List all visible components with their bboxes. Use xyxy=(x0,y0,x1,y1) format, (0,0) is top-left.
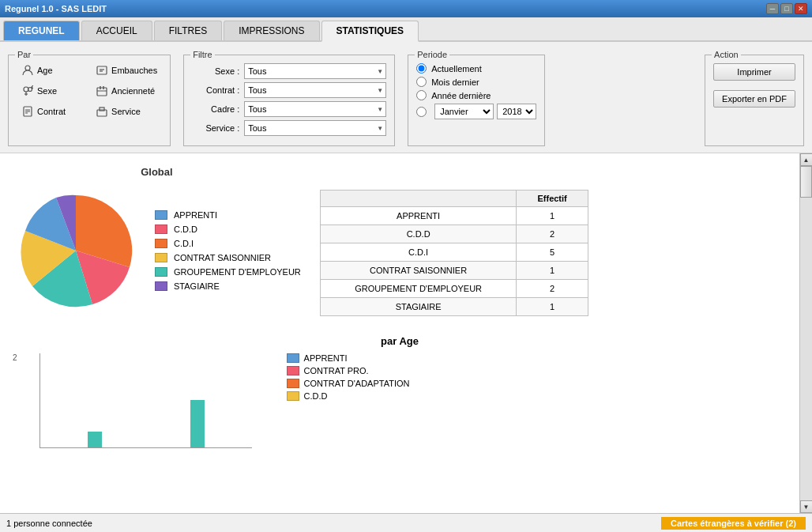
legend-label-apprenti: APPRENTI xyxy=(174,210,217,220)
par-label: Par xyxy=(15,50,33,59)
legend-color-cdd xyxy=(155,224,167,234)
scroll-thumb[interactable] xyxy=(800,166,812,198)
par-anciennete-label: Ancienneté xyxy=(111,86,155,96)
filtre-contrat-row: Contrat : Tous xyxy=(192,82,386,98)
year-select[interactable]: 201820172019 xyxy=(497,104,536,119)
periode-mois-label: Mois dernier xyxy=(431,77,479,87)
periode-annee-radio[interactable] xyxy=(416,90,427,100)
imprimer-button[interactable]: Imprimer xyxy=(713,63,795,81)
sexe-icon xyxy=(21,85,34,97)
filtre-service-label: Service : xyxy=(192,123,239,133)
filtre-cadre-wrapper: Tous xyxy=(244,101,386,117)
par-age[interactable]: Age xyxy=(17,62,88,79)
tab-filtres[interactable]: FILTRES xyxy=(154,21,222,40)
filtre-cadre-row: Cadre : Tous xyxy=(192,101,386,117)
window-controls: ─ □ ✕ xyxy=(766,3,807,14)
periode-actuellement-radio[interactable] xyxy=(416,63,427,74)
table-row: GROUPEMENT D'EMPLOYEUR2 xyxy=(320,280,588,298)
bar-legend-label-contratadaptation: CONTRAT D'ADAPTATION xyxy=(304,379,410,388)
bar-col xyxy=(149,353,164,447)
bar-col xyxy=(108,353,122,447)
filtre-sexe-label: Sexe : xyxy=(192,66,239,76)
filtre-service-wrapper: Tous xyxy=(244,120,386,136)
par-panel: Par Age Embauches xyxy=(8,55,171,146)
periode-annee-label: Année dernière xyxy=(431,91,491,100)
pie-chart xyxy=(13,187,139,314)
legend-color-apprenti xyxy=(155,210,167,220)
tab-impressions[interactable]: IMPRESSIONS xyxy=(224,21,319,40)
alert-button[interactable]: Cartes étrangères à vérifier (2) xyxy=(661,517,806,530)
anciennete-icon xyxy=(96,85,108,97)
periode-custom-radio[interactable] xyxy=(416,107,427,117)
tab-accueil[interactable]: ACCUEIL xyxy=(81,21,152,40)
table-row: STAGIAIRE1 xyxy=(320,298,588,316)
par-embauches[interactable]: Embauches xyxy=(91,62,162,79)
par-anciennete[interactable]: Ancienneté xyxy=(91,82,162,100)
close-button[interactable]: ✕ xyxy=(795,3,807,14)
legend-stagiaire: STAGIAIRE xyxy=(155,281,301,291)
legend-label-stagiaire: STAGIAIRE xyxy=(174,281,220,291)
par-grid: Age Embauches Sexe xyxy=(17,62,162,120)
table-cell-value: 2 xyxy=(517,280,588,298)
legend-label-cdd: C.D.D xyxy=(174,224,197,234)
legend-cdd: C.D.D xyxy=(155,224,301,234)
bar-col xyxy=(211,353,225,447)
global-title: Global xyxy=(141,166,172,178)
bar xyxy=(88,432,102,447)
par-service[interactable]: Service xyxy=(91,103,162,120)
par-sexe-label: Sexe xyxy=(37,86,57,96)
month-select[interactable]: JanvierFévrierMars xyxy=(434,104,494,119)
bar-legend-color-contratpro xyxy=(287,366,299,375)
stats-table: Effectif APPRENTI1C.D.D2C.D.I5CONTRAT SA… xyxy=(320,190,588,316)
scroll-down-button[interactable]: ▼ xyxy=(800,500,813,513)
table-row: APPRENTI1 xyxy=(320,207,588,225)
minimize-button[interactable]: ─ xyxy=(766,3,779,14)
maximize-button[interactable]: □ xyxy=(780,3,793,14)
table-cell-label: CONTRAT SAISONNIER xyxy=(320,262,517,280)
table-cell-label: C.D.I xyxy=(320,243,517,262)
periode-annee-derniere: Année dernière xyxy=(416,90,536,100)
table-cell-value: 5 xyxy=(517,243,588,262)
filtre-service-row: Service : Tous xyxy=(192,120,386,136)
par-sexe[interactable]: Sexe xyxy=(17,82,88,100)
filtre-cadre-select[interactable]: Tous xyxy=(244,101,386,117)
status-bar: 1 personne connectée Cartes étrangères à… xyxy=(0,513,812,532)
table-cell-label: APPRENTI xyxy=(320,207,517,225)
scrollbar: ▲ ▼ xyxy=(799,153,812,513)
action-panel: Action Imprimer Exporter en PDF xyxy=(705,55,804,146)
main-window: REGUNEL ACCUEIL FILTRES IMPRESSIONS STAT… xyxy=(0,17,812,532)
par-contrat-label: Contrat xyxy=(37,107,66,116)
col-label-header xyxy=(320,191,517,207)
filtre-rows: Sexe : TousHommesFemmes Contrat : Tous xyxy=(192,63,386,136)
content-area: Global xyxy=(0,153,812,513)
table-row: CONTRAT SAISONNIER1 xyxy=(320,262,588,280)
bar-legend-contratpro: CONTRAT PRO. xyxy=(287,366,410,375)
scroll-track[interactable] xyxy=(800,166,812,500)
bar-legend: APPRENTI CONTRAT PRO. CONTRAT D'ADAPTATI… xyxy=(287,353,410,401)
legend-cdi: C.D.I xyxy=(155,239,301,248)
par-contrat[interactable]: Contrat xyxy=(17,103,88,120)
bar-legend-apprenti: APPRENTI xyxy=(287,353,410,363)
periode-options: Actuellement Mois dernier Année dernière… xyxy=(416,63,536,119)
filtre-contrat-wrapper: Tous xyxy=(244,82,386,98)
legend-groupement: GROUPEMENT D'EMPLOYEUR xyxy=(155,267,301,277)
tab-regunel[interactable]: REGUNEL xyxy=(3,21,80,40)
svg-line-8 xyxy=(32,85,33,87)
exporter-button[interactable]: Exporter en PDF xyxy=(713,90,795,108)
filtre-panel: Filtre Sexe : TousHommesFemmes Contrat :… xyxy=(183,55,395,146)
scroll-up-button[interactable]: ▲ xyxy=(800,153,813,166)
bar-col xyxy=(190,353,205,447)
filtre-contrat-select[interactable]: Tous xyxy=(244,82,386,98)
table-cell-label: GROUPEMENT D'EMPLOYEUR xyxy=(320,280,517,298)
title-bar: Regunel 1.0 - SAS LEDIT ─ □ ✕ xyxy=(0,0,812,17)
content-scroll[interactable]: Global xyxy=(0,153,799,513)
filtre-sexe-select[interactable]: TousHommesFemmes xyxy=(244,63,386,79)
window-title: Regunel 1.0 - SAS LEDIT xyxy=(5,4,107,13)
periode-mois-radio[interactable] xyxy=(416,77,427,87)
tab-statistiques[interactable]: STATISTIQUES xyxy=(321,21,419,42)
filtre-label: Filtre xyxy=(190,50,214,59)
bar-col xyxy=(47,353,61,447)
filtre-service-select[interactable]: Tous xyxy=(244,120,386,136)
nav-bar: REGUNEL ACCUEIL FILTRES IMPRESSIONS STAT… xyxy=(0,17,812,42)
toolbar: Par Age Embauches xyxy=(0,42,812,153)
